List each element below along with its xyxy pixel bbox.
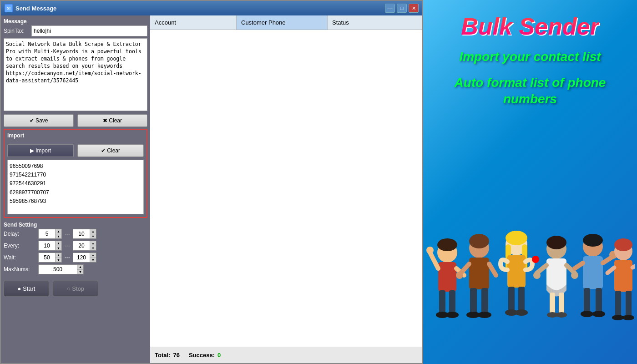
- right-panel: Account Customer Phone Status Total: 76 …: [150, 15, 422, 363]
- svg-point-31: [546, 236, 566, 249]
- delay-min-down[interactable]: ▼: [55, 234, 61, 239]
- svg-rect-7: [449, 290, 455, 315]
- wait-min-down[interactable]: ▼: [55, 258, 61, 263]
- svg-rect-58: [615, 291, 621, 318]
- svg-line-46: [575, 263, 583, 268]
- wait-max-down[interactable]: ▼: [90, 258, 96, 263]
- every-max-input[interactable]: ▲ ▼: [73, 241, 96, 251]
- total-value: 76: [173, 352, 179, 359]
- phone-item: 6288977700707: [10, 188, 142, 197]
- action-bar: ● Start ○ Stop: [4, 278, 147, 299]
- every-min-input[interactable]: ▲ ▼: [38, 241, 62, 251]
- svg-rect-16: [470, 288, 477, 315]
- svg-point-29: [532, 256, 539, 263]
- every-max-down[interactable]: ▼: [90, 246, 96, 251]
- delay-max-input[interactable]: ▲ ▼: [73, 229, 96, 239]
- svg-line-33: [537, 265, 546, 273]
- svg-point-52: [614, 238, 632, 251]
- every-row: Every: ▲ ▼ --- ▲ ▼: [4, 241, 147, 251]
- delay-label: Delay:: [4, 231, 35, 237]
- every-max-field[interactable]: [73, 241, 90, 250]
- wait-label: Wait:: [4, 254, 35, 261]
- success-label: Success:: [189, 352, 215, 359]
- maximize-button[interactable]: □: [397, 4, 407, 13]
- maxnums-label: MaxNums:: [4, 266, 35, 273]
- delay-min-input[interactable]: ▲ ▼: [38, 229, 62, 239]
- promo-panel: Bulk Sender Import your contact list Aut…: [423, 0, 637, 364]
- save-button[interactable]: ✔ Save: [4, 114, 74, 127]
- clear-import-button[interactable]: ✔ Clear: [77, 144, 144, 157]
- left-panel: Message SpinTax: Social Network Data Bul…: [1, 15, 150, 363]
- close-button[interactable]: ✕: [409, 4, 419, 13]
- wait-dash: ---: [65, 254, 70, 261]
- message-section-label: Message: [4, 18, 147, 25]
- import-section: Import ▶ Import ✔ Clear 96550097698 9715…: [4, 129, 147, 218]
- clear-message-button[interactable]: ✖ Clear: [77, 114, 147, 127]
- people-svg: [425, 218, 635, 364]
- wait-min-up[interactable]: ▲: [55, 253, 61, 258]
- window-title: Send Message: [15, 5, 382, 12]
- minimize-button[interactable]: —: [385, 4, 395, 13]
- wait-max-up[interactable]: ▲: [90, 253, 96, 258]
- status-bar: Total: 76 Success: 0: [150, 347, 422, 363]
- svg-point-35: [533, 272, 541, 279]
- svg-point-15: [456, 272, 463, 279]
- message-textarea[interactable]: Social Network Data Bulk Scrape & Extrac…: [4, 38, 147, 111]
- svg-line-13: [461, 264, 469, 273]
- svg-point-36: [571, 272, 578, 279]
- delay-max-up[interactable]: ▲: [90, 229, 96, 234]
- stop-button[interactable]: ○ Stop: [53, 281, 98, 296]
- every-min-field[interactable]: [39, 241, 55, 250]
- window-controls: — □ ✕: [385, 4, 419, 13]
- import-section-label: Import: [7, 132, 144, 139]
- delay-min-field[interactable]: [39, 229, 55, 238]
- start-button[interactable]: ● Start: [4, 281, 49, 296]
- import-button[interactable]: ▶ Import: [7, 144, 74, 157]
- svg-rect-2: [438, 262, 456, 292]
- maxnums-down[interactable]: ▼: [77, 270, 83, 274]
- col-header-phone: Customer Phone: [237, 15, 328, 30]
- svg-point-9: [446, 312, 459, 318]
- delay-max-down[interactable]: ▼: [90, 234, 96, 239]
- maxnums-field[interactable]: [39, 265, 77, 274]
- success-value: 0: [217, 352, 221, 359]
- delay-min-up[interactable]: ▲: [55, 229, 61, 234]
- svg-rect-24: [507, 255, 526, 288]
- promo-illustration: [423, 218, 637, 364]
- svg-rect-38: [559, 293, 564, 315]
- every-min-down[interactable]: ▼: [55, 246, 61, 251]
- spintax-input[interactable]: [31, 25, 147, 36]
- app-icon: ✉: [5, 4, 13, 12]
- app-content: Message SpinTax: Social Network Data Bul…: [1, 15, 422, 363]
- application-window: ✉ Send Message — □ ✕ Message SpinTax: So…: [0, 0, 423, 364]
- wait-max-input[interactable]: ▲ ▼: [73, 253, 96, 263]
- svg-rect-48: [596, 288, 602, 314]
- maxnums-up[interactable]: ▲: [77, 265, 83, 270]
- svg-line-44: [603, 257, 612, 263]
- col-header-status: Status: [328, 15, 422, 30]
- svg-point-19: [478, 312, 491, 318]
- delay-row: Delay: ▲ ▼ --- ▲ ▼: [4, 229, 147, 239]
- promo-line1: Import your contact list: [459, 49, 601, 65]
- send-settings-section: Send Setting Delay: ▲ ▼ --- ▲: [4, 222, 147, 276]
- every-max-up[interactable]: ▲: [90, 241, 96, 246]
- phone-item: 595985768793: [10, 197, 142, 206]
- wait-min-field[interactable]: [39, 253, 55, 262]
- every-label: Every:: [4, 243, 35, 249]
- svg-point-40: [556, 312, 567, 318]
- every-dash: ---: [65, 243, 70, 249]
- svg-rect-47: [584, 288, 590, 314]
- table-body: [150, 30, 422, 347]
- svg-rect-12: [469, 258, 489, 289]
- wait-min-input[interactable]: ▲ ▼: [38, 253, 62, 263]
- delay-max-field[interactable]: [73, 229, 90, 238]
- import-btn-row: ▶ Import ✔ Clear: [7, 144, 144, 157]
- every-min-up[interactable]: ▲: [55, 241, 61, 246]
- svg-line-57: [607, 268, 614, 273]
- maxnums-input[interactable]: ▲ ▼: [38, 264, 84, 274]
- col-header-account: Account: [150, 15, 237, 30]
- wait-max-field[interactable]: [73, 253, 90, 262]
- spintax-label: SpinTax:: [4, 28, 29, 34]
- svg-rect-17: [481, 288, 488, 315]
- svg-point-61: [622, 315, 634, 320]
